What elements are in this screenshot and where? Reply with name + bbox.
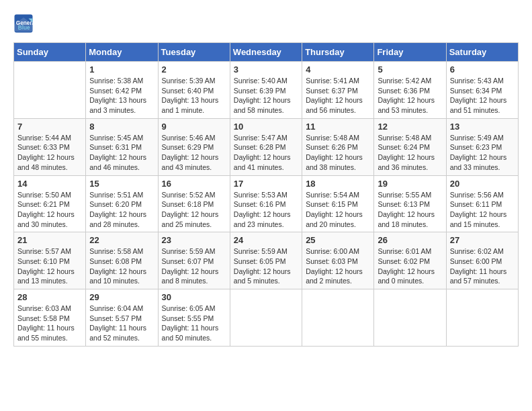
day-number: 6 xyxy=(450,64,515,75)
calendar-table: SundayMondayTuesdayWednesdayThursdayFrid… xyxy=(13,42,519,347)
calendar-cell: 11Sunrise: 5:48 AMSunset: 6:26 PMDayligh… xyxy=(302,118,374,175)
col-header-wednesday: Wednesday xyxy=(230,43,302,62)
day-number: 16 xyxy=(162,179,226,189)
day-number: 8 xyxy=(89,122,154,132)
day-detail: Sunrise: 5:48 AMSunset: 6:26 PMDaylight:… xyxy=(306,133,370,173)
day-number: 1 xyxy=(89,64,154,75)
calendar-cell: 12Sunrise: 5:48 AMSunset: 6:24 PMDayligh… xyxy=(374,118,446,175)
day-number: 11 xyxy=(306,122,370,132)
calendar-cell: 26Sunrise: 6:01 AMSunset: 6:02 PMDayligh… xyxy=(374,232,446,289)
day-detail: Sunrise: 5:42 AMSunset: 6:36 PMDaylight:… xyxy=(378,76,442,116)
day-detail: Sunrise: 5:38 AMSunset: 6:42 PMDaylight:… xyxy=(89,76,154,116)
day-detail: Sunrise: 5:41 AMSunset: 6:37 PMDaylight:… xyxy=(306,76,370,116)
day-detail: Sunrise: 5:59 AMSunset: 6:07 PMDaylight:… xyxy=(162,246,226,286)
calendar-cell: 7Sunrise: 5:44 AMSunset: 6:33 PMDaylight… xyxy=(14,118,86,175)
day-number: 14 xyxy=(17,179,82,189)
day-number: 29 xyxy=(89,292,154,302)
calendar-cell: 9Sunrise: 5:46 AMSunset: 6:29 PMDaylight… xyxy=(158,118,230,175)
day-detail: Sunrise: 5:56 AMSunset: 6:11 PMDaylight:… xyxy=(450,190,515,230)
day-detail: Sunrise: 5:40 AMSunset: 6:39 PMDaylight:… xyxy=(234,76,298,116)
calendar-cell xyxy=(446,289,518,347)
day-number: 10 xyxy=(234,122,298,132)
calendar-cell: 21Sunrise: 5:57 AMSunset: 6:10 PMDayligh… xyxy=(14,232,86,289)
calendar-cell: 8Sunrise: 5:45 AMSunset: 6:31 PMDaylight… xyxy=(86,118,158,175)
calendar-cell: 22Sunrise: 5:58 AMSunset: 6:08 PMDayligh… xyxy=(86,232,158,289)
day-detail: Sunrise: 5:45 AMSunset: 6:31 PMDaylight:… xyxy=(89,133,154,173)
day-number: 9 xyxy=(162,122,226,132)
col-header-saturday: Saturday xyxy=(446,43,518,62)
day-detail: Sunrise: 5:39 AMSunset: 6:40 PMDaylight:… xyxy=(162,76,226,116)
day-detail: Sunrise: 6:02 AMSunset: 6:00 PMDaylight:… xyxy=(450,246,515,286)
day-detail: Sunrise: 5:51 AMSunset: 6:20 PMDaylight:… xyxy=(89,190,154,230)
day-number: 15 xyxy=(89,179,154,189)
day-number: 23 xyxy=(162,235,226,245)
day-detail: Sunrise: 5:48 AMSunset: 6:24 PMDaylight:… xyxy=(378,133,442,173)
day-detail: Sunrise: 5:58 AMSunset: 6:08 PMDaylight:… xyxy=(89,246,154,286)
day-number: 24 xyxy=(234,235,298,245)
calendar-cell: 28Sunrise: 6:03 AMSunset: 5:58 PMDayligh… xyxy=(14,289,86,347)
day-detail: Sunrise: 5:59 AMSunset: 6:05 PMDaylight:… xyxy=(234,246,298,286)
day-detail: Sunrise: 6:04 AMSunset: 5:57 PMDaylight:… xyxy=(89,304,154,343)
calendar-cell: 6Sunrise: 5:43 AMSunset: 6:34 PMDaylight… xyxy=(446,62,518,119)
day-number: 21 xyxy=(17,235,82,245)
day-number: 18 xyxy=(306,179,370,189)
day-number: 17 xyxy=(234,179,298,189)
day-number: 28 xyxy=(17,292,82,302)
day-detail: Sunrise: 5:49 AMSunset: 6:23 PMDaylight:… xyxy=(450,133,515,173)
calendar-cell: 23Sunrise: 5:59 AMSunset: 6:07 PMDayligh… xyxy=(158,232,230,289)
day-number: 13 xyxy=(450,122,515,132)
calendar-cell: 19Sunrise: 5:55 AMSunset: 6:13 PMDayligh… xyxy=(374,175,446,232)
day-number: 19 xyxy=(378,179,442,189)
day-detail: Sunrise: 5:53 AMSunset: 6:16 PMDaylight:… xyxy=(234,190,298,230)
calendar-cell xyxy=(302,289,374,347)
day-detail: Sunrise: 6:00 AMSunset: 6:03 PMDaylight:… xyxy=(306,246,370,286)
calendar-cell: 3Sunrise: 5:40 AMSunset: 6:39 PMDaylight… xyxy=(230,62,302,119)
day-detail: Sunrise: 6:03 AMSunset: 5:58 PMDaylight:… xyxy=(17,304,82,343)
calendar-cell: 29Sunrise: 6:04 AMSunset: 5:57 PMDayligh… xyxy=(86,289,158,347)
calendar-cell: 30Sunrise: 6:05 AMSunset: 5:55 PMDayligh… xyxy=(158,289,230,347)
day-number: 2 xyxy=(162,64,226,75)
day-detail: Sunrise: 5:50 AMSunset: 6:21 PMDaylight:… xyxy=(17,190,82,230)
day-detail: Sunrise: 5:54 AMSunset: 6:15 PMDaylight:… xyxy=(306,190,370,230)
calendar-cell xyxy=(230,289,302,347)
col-header-tuesday: Tuesday xyxy=(158,43,230,62)
calendar-cell xyxy=(374,289,446,347)
col-header-thursday: Thursday xyxy=(302,43,374,62)
calendar-cell: 18Sunrise: 5:54 AMSunset: 6:15 PMDayligh… xyxy=(302,175,374,232)
day-number: 30 xyxy=(162,292,226,302)
day-number: 20 xyxy=(450,179,515,189)
calendar-cell: 5Sunrise: 5:42 AMSunset: 6:36 PMDaylight… xyxy=(374,62,446,119)
day-detail: Sunrise: 5:43 AMSunset: 6:34 PMDaylight:… xyxy=(450,76,515,116)
calendar-cell: 15Sunrise: 5:51 AMSunset: 6:20 PMDayligh… xyxy=(86,175,158,232)
day-number: 22 xyxy=(89,235,154,245)
day-detail: Sunrise: 6:05 AMSunset: 5:55 PMDaylight:… xyxy=(162,304,226,343)
day-number: 27 xyxy=(450,235,515,245)
calendar-cell: 14Sunrise: 5:50 AMSunset: 6:21 PMDayligh… xyxy=(14,175,86,232)
calendar-cell: 4Sunrise: 5:41 AMSunset: 6:37 PMDaylight… xyxy=(302,62,374,119)
calendar-cell: 17Sunrise: 5:53 AMSunset: 6:16 PMDayligh… xyxy=(230,175,302,232)
day-number: 26 xyxy=(378,235,442,245)
calendar-cell xyxy=(14,62,86,119)
day-number: 4 xyxy=(306,64,370,75)
day-detail: Sunrise: 5:47 AMSunset: 6:28 PMDaylight:… xyxy=(234,133,298,173)
col-header-sunday: Sunday xyxy=(14,43,86,62)
day-number: 5 xyxy=(378,64,442,75)
calendar-cell: 2Sunrise: 5:39 AMSunset: 6:40 PMDaylight… xyxy=(158,62,230,119)
day-detail: Sunrise: 5:57 AMSunset: 6:10 PMDaylight:… xyxy=(17,246,82,286)
day-detail: Sunrise: 5:46 AMSunset: 6:29 PMDaylight:… xyxy=(162,133,226,173)
logo: General Blue xyxy=(13,13,36,34)
calendar-cell: 16Sunrise: 5:52 AMSunset: 6:18 PMDayligh… xyxy=(158,175,230,232)
calendar-cell: 25Sunrise: 6:00 AMSunset: 6:03 PMDayligh… xyxy=(302,232,374,289)
calendar-cell: 1Sunrise: 5:38 AMSunset: 6:42 PMDaylight… xyxy=(86,62,158,119)
col-header-friday: Friday xyxy=(374,43,446,62)
day-number: 25 xyxy=(306,235,370,245)
calendar-cell: 10Sunrise: 5:47 AMSunset: 6:28 PMDayligh… xyxy=(230,118,302,175)
day-detail: Sunrise: 6:01 AMSunset: 6:02 PMDaylight:… xyxy=(378,246,442,286)
day-number: 12 xyxy=(378,122,442,132)
calendar-cell: 27Sunrise: 6:02 AMSunset: 6:00 PMDayligh… xyxy=(446,232,518,289)
svg-text:Blue: Blue xyxy=(18,25,30,31)
day-detail: Sunrise: 5:44 AMSunset: 6:33 PMDaylight:… xyxy=(17,133,82,173)
day-number: 7 xyxy=(17,122,82,132)
calendar-cell: 13Sunrise: 5:49 AMSunset: 6:23 PMDayligh… xyxy=(446,118,518,175)
calendar-cell: 20Sunrise: 5:56 AMSunset: 6:11 PMDayligh… xyxy=(446,175,518,232)
